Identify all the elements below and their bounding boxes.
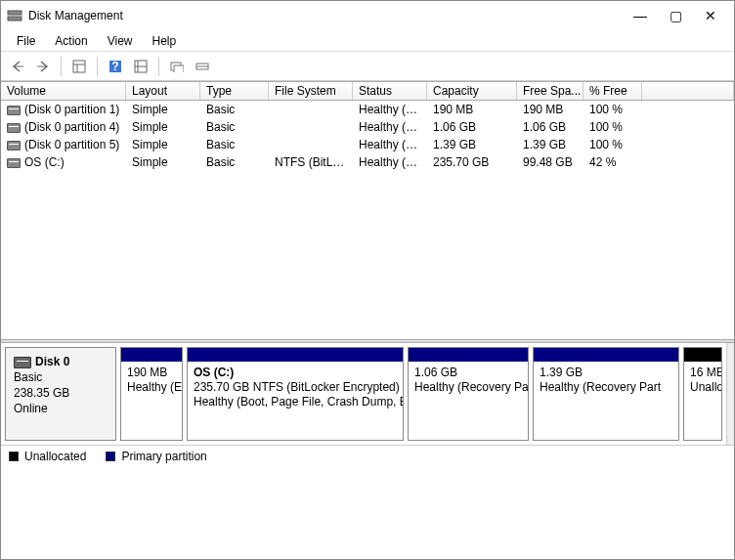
volume-name: (Disk 0 partition 5) (24, 138, 119, 151)
forward-button[interactable] (32, 56, 54, 77)
volume-fs: NTFS (BitLo... (269, 154, 353, 170)
disk-graphical-view: Disk 0 Basic 238.35 GB Online 190 MBHeal… (1, 343, 726, 445)
legend-swatch-primary (106, 452, 115, 461)
col-capacity[interactable]: Capacity (427, 82, 517, 100)
partition-status: Healthy (Recovery Part (540, 380, 672, 395)
partition[interactable]: 16 MBUnalloc (683, 347, 722, 441)
volume-status: Healthy (R... (353, 137, 427, 152)
legend-label-primary: Primary partition (121, 450, 206, 463)
disk-icon (14, 357, 31, 368)
toolbar-icon-a[interactable] (166, 56, 188, 77)
volume-type: Basic (200, 154, 269, 170)
minimize-button[interactable]: — (623, 2, 658, 29)
partition-size: 1.06 GB (414, 366, 522, 380)
legend-swatch-unallocated (9, 452, 19, 461)
volume-layout: Simple (126, 137, 200, 152)
window-title: Disk Management (28, 9, 623, 22)
partition-size: 16 MB (690, 366, 715, 380)
settings-icon[interactable] (130, 56, 151, 77)
partition-bar (409, 348, 528, 362)
volume-fs (269, 126, 353, 128)
volume-capacity: 190 MB (427, 102, 517, 117)
partition[interactable]: 1.06 GBHealthy (Recovery Pa (408, 347, 529, 441)
col-filesystem[interactable]: File System (269, 82, 353, 100)
volume-layout: Simple (126, 102, 200, 117)
disk-state: Online (14, 401, 108, 416)
volume-list[interactable]: (Disk 0 partition 1)SimpleBasicHealthy (… (1, 101, 734, 339)
volume-free: 1.39 GB (517, 137, 584, 152)
col-volume[interactable]: Volume (1, 82, 126, 100)
volume-layout: Simple (126, 154, 200, 170)
drive-icon (7, 141, 21, 151)
volume-status: Healthy (E... (353, 102, 427, 117)
volume-capacity: 1.06 GB (427, 119, 517, 135)
close-button[interactable]: ✕ (693, 2, 728, 29)
disk-size: 238.35 GB (14, 385, 108, 401)
volume-row[interactable]: (Disk 0 partition 4)SimpleBasicHealthy (… (1, 118, 734, 136)
svg-rect-1 (8, 17, 22, 21)
volume-row[interactable]: (Disk 0 partition 1)SimpleBasicHealthy (… (1, 101, 734, 118)
partition-status: Unalloc (690, 380, 715, 395)
volume-row[interactable]: (Disk 0 partition 5)SimpleBasicHealthy (… (1, 136, 734, 153)
partition[interactable]: OS (C:)235.70 GB NTFS (BitLocker Encrypt… (187, 347, 404, 441)
volume-name: (Disk 0 partition 4) (24, 120, 119, 134)
menu-file[interactable]: File (7, 32, 45, 50)
scrollbar-track[interactable] (726, 343, 734, 445)
menu-help[interactable]: Help (143, 32, 187, 50)
volume-pct: 100 % (584, 119, 642, 135)
toolbar: ? (1, 52, 734, 81)
col-layout[interactable]: Layout (126, 82, 200, 100)
partition-status: Healthy (Recovery Pa (414, 380, 522, 395)
svg-rect-0 (8, 11, 22, 15)
legend: Unallocated Primary partition (1, 445, 734, 466)
partition-size: 1.39 GB (540, 366, 672, 380)
menu-view[interactable]: View (98, 32, 143, 50)
partition-status: Healthy (EFI Sys (127, 380, 176, 395)
toolbar-icon-b[interactable] (192, 56, 213, 77)
partition-bar (684, 348, 721, 362)
col-type[interactable]: Type (200, 82, 269, 100)
volume-row[interactable]: OS (C:)SimpleBasicNTFS (BitLo...Healthy … (1, 153, 734, 171)
col-spacer (642, 82, 734, 100)
partition-bar (534, 348, 678, 362)
col-free[interactable]: Free Spa... (517, 82, 584, 100)
toolbar-view-icon[interactable] (68, 56, 90, 77)
partition-bar (188, 348, 403, 362)
volume-layout: Simple (126, 119, 200, 135)
partition-status: Healthy (Boot, Page File, Crash Dump, Ba (194, 395, 397, 409)
volume-pct: 100 % (584, 137, 642, 152)
svg-text:?: ? (111, 60, 118, 73)
volume-fs (269, 108, 353, 110)
disk-label[interactable]: Disk 0 Basic 238.35 GB Online (5, 347, 116, 441)
disk-type: Basic (14, 369, 108, 385)
volume-type: Basic (200, 102, 269, 117)
volume-type: Basic (200, 137, 269, 152)
legend-label-unallocated: Unallocated (24, 450, 86, 463)
disk-row[interactable]: Disk 0 Basic 238.35 GB Online 190 MBHeal… (5, 347, 722, 441)
col-status[interactable]: Status (353, 82, 427, 100)
volume-fs (269, 144, 353, 146)
back-button[interactable] (7, 56, 28, 77)
svg-rect-2 (73, 61, 85, 72)
volume-status: Healthy (R... (353, 119, 427, 135)
drive-icon (7, 158, 21, 168)
partition[interactable]: 190 MBHealthy (EFI Sys (120, 347, 183, 441)
volume-free: 1.06 GB (517, 119, 584, 135)
disk-name: Disk 0 (35, 355, 69, 368)
menu-action[interactable]: Action (45, 32, 97, 50)
volume-capacity: 1.39 GB (427, 137, 517, 152)
col-percent[interactable]: % Free (584, 82, 642, 100)
partition-size: 190 MB (127, 366, 176, 380)
titlebar: Disk Management — ▢ ✕ (1, 1, 734, 30)
volume-status: Healthy (B... (353, 154, 427, 170)
maximize-button[interactable]: ▢ (658, 2, 693, 29)
volume-pct: 100 % (584, 102, 642, 117)
volume-name: OS (C:) (24, 155, 65, 169)
app-icon (7, 8, 22, 23)
volume-type: Basic (200, 119, 269, 135)
help-icon[interactable]: ? (105, 56, 126, 77)
partition[interactable]: 1.39 GBHealthy (Recovery Part (533, 347, 679, 441)
drive-icon (7, 106, 21, 115)
partition-bar (121, 348, 182, 362)
volume-capacity: 235.70 GB (427, 154, 517, 170)
